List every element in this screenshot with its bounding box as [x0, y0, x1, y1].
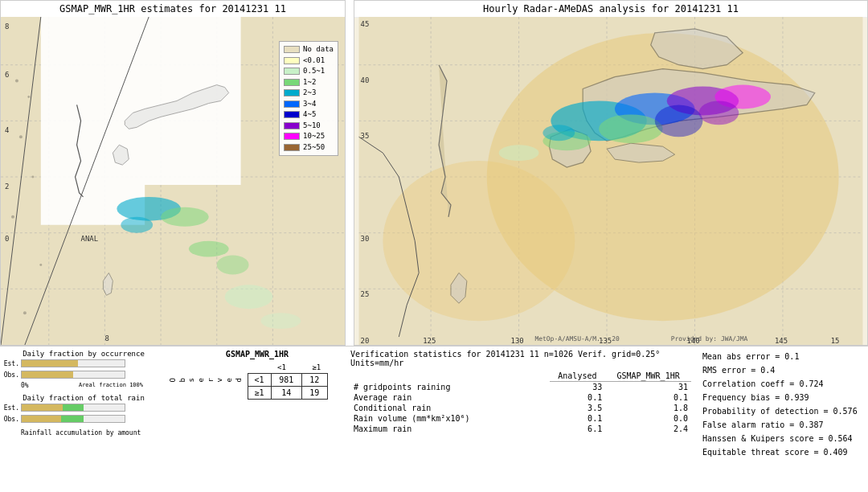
stat-pod: Probability of detection = 0.576 [702, 404, 865, 418]
chart-title-2: Daily fraction of total rain [3, 394, 164, 402]
left-map-panel: GSMAP_MWR_1HR estimates for 20141231 11 [0, 0, 346, 346]
svg-text:2: 2 [5, 182, 9, 191]
legend-item-25-50: 25~50 [284, 142, 334, 154]
contingency-header: <1 ≥1 [271, 362, 327, 374]
left-map-title: GSMAP_MWR_1HR estimates for 20141231 11 [1, 1, 345, 18]
contingency-table: <1 ≥1 <1 981 12 [248, 362, 328, 400]
verif-val-b-2: 1.8 [605, 403, 691, 413]
contingency-val-b: 12 [301, 374, 327, 387]
verification-section: Verification statistics for 20141231 11 … [350, 350, 691, 489]
legend: No data <0.01 0.5~1 1~2 [279, 41, 338, 156]
verif-val-a-0: 33 [550, 382, 606, 393]
svg-text:20: 20 [361, 337, 370, 345]
bar-fill-obs-2 [22, 416, 61, 422]
est-label-1: Est. [3, 360, 21, 367]
verif-val-a-2: 3.5 [550, 403, 606, 413]
obs-label-1: Obs. [3, 371, 21, 379]
stat-rms: RMS error = 0.4 [702, 363, 865, 377]
main-container: GSMAP_MWR_1HR estimates for 20141231 11 [0, 0, 868, 492]
contingency-row-ge1: ≥1 14 19 [248, 387, 327, 400]
svg-point-29 [27, 96, 30, 98]
legend-item-lt001: <0.01 [284, 55, 334, 67]
svg-point-23 [121, 217, 153, 233]
legend-item-3-4: 3~4 [284, 99, 334, 110]
right-map-canvas: 45 40 35 30 25 20 125 130 135 140 145 15 [354, 17, 867, 345]
svg-point-28 [15, 80, 18, 83]
verif-title: Verification statistics for 20141231 11 … [350, 350, 691, 367]
svg-point-31 [31, 176, 34, 178]
verif-val-b-4: 2.4 [605, 424, 691, 434]
stat-far: False alarm ratio = 0.387 [702, 418, 865, 432]
obs-label-2: Obs. [3, 416, 21, 423]
top-row: GSMAP_MWR_1HR estimates for 20141231 11 [0, 0, 868, 346]
svg-point-68 [655, 105, 703, 137]
chart-title-3: Rainfall accumulation by amount [21, 429, 164, 437]
svg-point-66 [542, 125, 575, 141]
contingency-row-lt1: <1 981 12 [248, 374, 327, 387]
chart-title-1: Daily fraction by occurrence [3, 350, 164, 358]
verif-label-0: # gridpoints raining [350, 382, 550, 393]
legend-item-nodata: No data [284, 44, 334, 55]
verif-val-b-1: 0.1 [605, 392, 691, 403]
stats-right: Mean abs error = 0.1 RMS error = 0.4 Cor… [696, 350, 865, 489]
svg-text:8: 8 [104, 334, 108, 342]
left-map-canvas: 8 6 4 2 0 8 ANAL [1, 17, 345, 345]
svg-text:45: 45 [361, 20, 370, 28]
verif-col-analysed: Analysed [550, 371, 606, 382]
contingency-section: GSMAP_MWR_1HR Observed <1 [169, 350, 346, 489]
verif-val-a-1: 0.1 [550, 392, 606, 403]
bar-obs-1 [21, 371, 125, 379]
contingency-title: GSMAP_MWR_1HR [169, 350, 346, 359]
bottom-charts: Daily fraction by occurrence Est. Obs. 0… [3, 350, 164, 489]
right-map-panel: Hourly Radar-AMeDAS analysis for 2014123… [354, 0, 868, 346]
contingency-val-a: 981 [271, 374, 301, 387]
svg-text:8: 8 [5, 23, 9, 31]
bar-fill-est-2 [22, 404, 63, 411]
axis-100-1: Areal fraction 100% [79, 382, 143, 389]
right-map-svg: 45 40 35 30 25 20 125 130 135 140 145 15 [354, 17, 867, 345]
verif-label-4: Maximum rain [350, 424, 550, 434]
legend-item-05-1: 0.5~1 [284, 66, 334, 77]
svg-point-24 [189, 241, 229, 257]
verif-val-a-4: 6.1 [550, 424, 606, 434]
svg-point-33 [39, 264, 42, 266]
verif-label-1: Average rain [350, 392, 550, 403]
legend-item-2-3: 2~3 [284, 88, 334, 99]
legend-item-1-2: 1~2 [284, 77, 334, 88]
svg-text:25: 25 [361, 290, 370, 298]
verif-label-3: Rain volume (mm*km²x10⁶) [350, 413, 550, 424]
svg-point-22 [161, 207, 209, 227]
svg-text:125: 125 [423, 337, 436, 345]
verif-row-4: Maximum rain 6.1 2.4 [350, 424, 691, 434]
svg-text:130: 130 [511, 337, 524, 345]
axis-0-1: 0% [21, 382, 29, 389]
svg-point-27 [260, 313, 301, 329]
stat-ets: Equitable threat score = 0.409 [702, 445, 865, 459]
svg-point-34 [23, 311, 27, 314]
right-map-title: Hourly Radar-AMeDAS analysis for 2014123… [354, 1, 867, 18]
bar-est-1 [21, 359, 125, 367]
svg-text:6: 6 [5, 71, 9, 79]
stat-corr: Correlation coeff = 0.724 [702, 377, 865, 391]
verif-label-2: Conditional rain [350, 403, 550, 413]
bar-obs-2 [21, 415, 125, 423]
legend-item-4-5: 4~5 [284, 109, 334, 121]
legend-item-5-10: 5~10 [284, 121, 334, 132]
svg-text:Provided by: JWA/JMA: Provided by: JWA/JMA [671, 335, 748, 342]
svg-point-30 [19, 135, 23, 138]
svg-point-59 [383, 161, 575, 321]
svg-point-26 [225, 285, 273, 309]
svg-point-25 [217, 256, 249, 275]
stat-freq-bias: Frequency bias = 0.939 [702, 391, 865, 404]
verif-col-gsmap: GSMAP_MWR_1HR [605, 371, 691, 382]
est-label-2: Est. [3, 404, 21, 412]
verif-table: Analysed GSMAP_MWR_1HR # gridpoints rain… [350, 371, 691, 434]
svg-text:MetOp-A/AMSU-A/M... 20: MetOp-A/AMSU-A/M... 20 [534, 335, 620, 342]
svg-point-69 [698, 100, 739, 125]
svg-text:145: 145 [775, 337, 788, 345]
contingency-val-c: 14 [271, 387, 301, 400]
obs-side-label: Observed [169, 378, 244, 382]
svg-text:40: 40 [361, 76, 370, 84]
bottom-row: Daily fraction by occurrence Est. Obs. 0… [0, 346, 868, 492]
verif-val-a-3: 0.1 [550, 413, 606, 424]
